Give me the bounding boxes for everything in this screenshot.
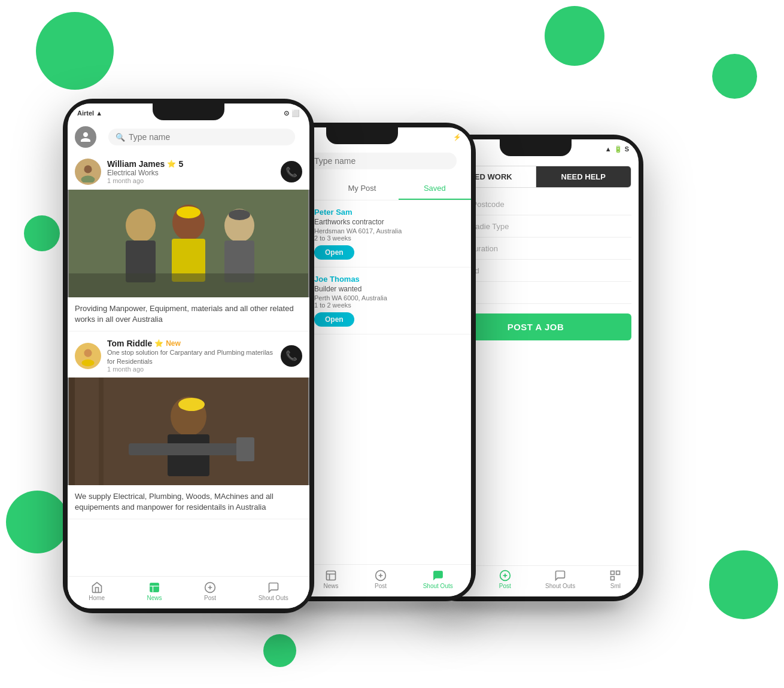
- phone-3-shadow: [449, 595, 622, 613]
- tab-mypost[interactable]: My Post: [326, 178, 398, 200]
- post-1-profile: William James ⭐ 5 Electrical Works 1 mon…: [68, 154, 309, 190]
- nav-news-1[interactable]: News: [147, 582, 162, 601]
- svg-rect-6: [611, 571, 615, 575]
- nav-home-label-1: Home: [89, 595, 105, 601]
- phones-wrapper: ▲ 🔋 S NEED WORK NEED HELP Suburb Postcod…: [63, 51, 721, 637]
- wifi-icon-3: ▲: [605, 145, 612, 153]
- signal-icon-1: ⊙: [284, 109, 289, 117]
- battery-icon-3: 🔋: [614, 145, 622, 153]
- post-2-profile: Tom Riddle ⭐ New One stop solution for C…: [68, 334, 309, 378]
- post-1-company: Electrical Works: [107, 169, 275, 177]
- svg-point-20: [126, 209, 156, 242]
- nav-sml-3[interactable]: Sml: [609, 570, 621, 589]
- post-1-info: William James ⭐ 5 Electrical Works 1 mon…: [107, 159, 275, 184]
- post-image-1: [68, 190, 309, 297]
- phone-1-icons: ⊙ ⬜: [284, 109, 300, 117]
- nav-shoutouts-2[interactable]: Shout Outs: [423, 570, 453, 589]
- phone-1-shadow: [88, 607, 289, 625]
- open-job-btn-1[interactable]: Open: [314, 245, 354, 260]
- phone-2-icons: ⚡: [453, 133, 461, 141]
- nav-post-label-2: Post: [375, 583, 387, 589]
- star-icon-1: ⭐: [167, 160, 176, 168]
- post-2-avatar: [75, 343, 101, 369]
- tab-saved[interactable]: Saved: [399, 178, 471, 200]
- phone-2-search[interactable]: 🔍: [294, 153, 457, 169]
- nav-news-2[interactable]: News: [324, 570, 339, 589]
- job-desc-1: Earthworks contractor: [314, 218, 464, 226]
- svg-point-26: [177, 206, 200, 218]
- phone-1-header: 🔍: [68, 120, 309, 154]
- post-2-desc: One stop solution for Carpantary and Plu…: [107, 348, 275, 366]
- nav-home-1[interactable]: Home: [89, 582, 105, 601]
- nav-sml-label-3: Sml: [610, 583, 621, 589]
- battery-icon-2: ⚡: [453, 133, 461, 141]
- job-loc-1: Herdsman WA 6017, Australia: [314, 227, 464, 235]
- phone-1-carrier: Airtel ▲: [77, 109, 102, 117]
- svg-point-27: [229, 209, 250, 220]
- star-icon-2: ⭐: [154, 339, 163, 348]
- svg-point-36: [178, 398, 205, 411]
- need-help-button[interactable]: NEED HELP: [536, 166, 631, 187]
- nav-shoutouts-label-2: Shout Outs: [423, 583, 453, 589]
- nav-shoutouts-3[interactable]: Shout Outs: [545, 570, 575, 589]
- post-image-2: [68, 378, 309, 485]
- svg-point-31: [81, 359, 94, 366]
- nav-post-3[interactable]: Post: [499, 570, 511, 589]
- phone-1-notch: [153, 103, 224, 120]
- post-1-name: William James ⭐ 5: [107, 159, 275, 169]
- svg-rect-37: [129, 443, 248, 455]
- post-1-rating: 5: [178, 159, 183, 169]
- job-duration-1: 2 to 3 weeks: [314, 235, 464, 242]
- nav-news-label-2: News: [324, 583, 339, 589]
- svg-point-16: [84, 165, 92, 173]
- post-2-name: Tom Riddle ⭐ New: [107, 339, 275, 348]
- nav-shoutouts-1[interactable]: Shout Outs: [259, 582, 288, 601]
- job-info-1: Peter Sam Earthworks contractor Herdsman…: [314, 208, 464, 260]
- svg-point-30: [84, 349, 92, 357]
- phone-3-notch: [500, 139, 572, 156]
- svg-rect-8: [611, 577, 615, 580]
- call-button-2[interactable]: 📞: [281, 345, 302, 367]
- job-name-2: Joe Thomas: [314, 275, 464, 284]
- post-2-time: 1 month ago: [107, 366, 275, 373]
- search-input-2[interactable]: [314, 156, 449, 166]
- job-info-2: Joe Thomas Builder wanted Perth WA 6000,…: [314, 275, 464, 327]
- svg-rect-39: [69, 378, 75, 485]
- svg-rect-7: [616, 571, 620, 575]
- bg-circle-4: [6, 491, 69, 553]
- post-1-avatar: [75, 159, 101, 185]
- phone-1-bottom-nav: Home News Post: [68, 576, 309, 608]
- phone-1-inner: Airtel ▲ ⊙ ⬜ 🔍: [68, 103, 309, 608]
- nav-post-2[interactable]: Post: [375, 570, 387, 589]
- search-input-1[interactable]: [129, 132, 288, 142]
- phone-1-search[interactable]: 🔍: [108, 129, 295, 145]
- nav-news-label-1: News: [147, 595, 162, 601]
- svg-rect-38: [236, 437, 254, 461]
- nav-shoutouts-label-1: Shout Outs: [259, 595, 288, 601]
- post-1-caption: Providing Manpower, Equipment, materials…: [68, 297, 309, 331]
- phone-3-icons: ▲ 🔋 S: [605, 145, 629, 153]
- nav-post-1[interactable]: Post: [204, 582, 216, 601]
- bg-circle-6: [24, 215, 60, 251]
- job-desc-2: Builder wanted: [314, 285, 464, 293]
- battery-icon-1: ⬜: [291, 109, 300, 117]
- nav-post-label-3: Post: [499, 583, 511, 589]
- nav-shoutouts-label-3: Shout Outs: [545, 583, 575, 589]
- svg-rect-40: [99, 378, 104, 485]
- post-2-info: Tom Riddle ⭐ New One stop solution for C…: [107, 339, 275, 373]
- svg-rect-9: [327, 571, 336, 580]
- search-icon-1: 🔍: [116, 133, 125, 142]
- nav-post-label-1: Post: [204, 595, 216, 601]
- svg-rect-28: [69, 273, 308, 297]
- post-2-caption: We supply Electrical, Plumbing, Woods, M…: [68, 485, 309, 519]
- svg-rect-41: [150, 583, 159, 592]
- post-1-time: 1 month ago: [107, 177, 275, 184]
- signal-icon-3: S: [625, 145, 629, 153]
- open-job-btn-2[interactable]: Open: [314, 312, 354, 327]
- call-button-1[interactable]: 📞: [281, 161, 302, 182]
- phone-2-notch: [326, 127, 398, 144]
- phone-1-profile-icon[interactable]: [75, 126, 96, 148]
- job-loc-2: Perth WA 6000, Australia: [314, 294, 464, 302]
- job-name-1: Peter Sam: [314, 208, 464, 217]
- phone-1: Airtel ▲ ⊙ ⬜ 🔍: [63, 99, 314, 613]
